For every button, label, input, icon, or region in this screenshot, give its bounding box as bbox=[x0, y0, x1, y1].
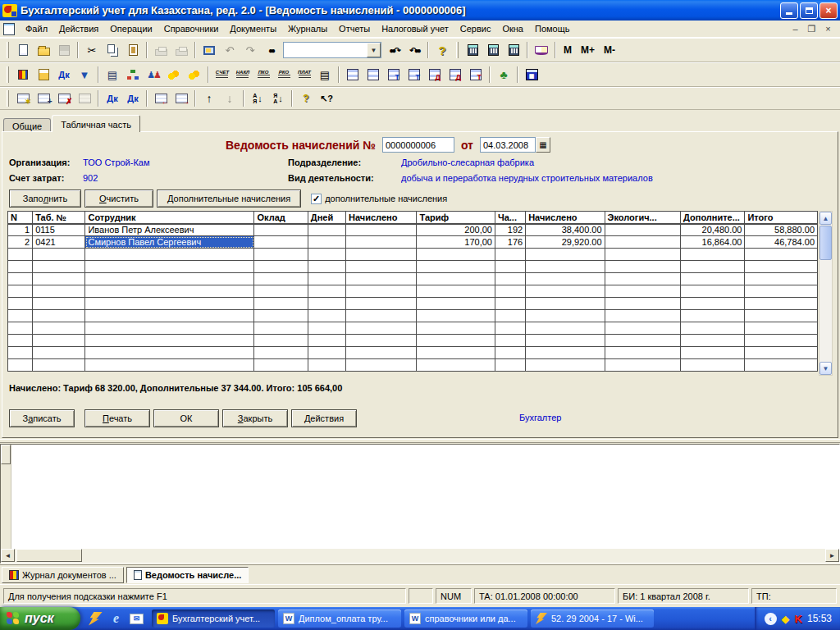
tray-chevron-icon[interactable]: ‹ bbox=[765, 613, 777, 625]
cell-ecological[interactable] bbox=[605, 236, 680, 249]
col-accrued-2[interactable]: Начислено bbox=[526, 212, 605, 224]
print-stack-button[interactable]: ▤ bbox=[103, 65, 122, 84]
empty-cell[interactable] bbox=[85, 322, 254, 335]
cell-n[interactable]: 1 bbox=[8, 224, 33, 236]
cell-total[interactable]: 46,784.00 bbox=[745, 236, 818, 249]
empty-cell[interactable] bbox=[8, 273, 33, 285]
empty-cell[interactable] bbox=[254, 249, 308, 261]
empty-cell[interactable] bbox=[308, 298, 345, 310]
empty-cell[interactable] bbox=[308, 359, 345, 372]
copy-button[interactable] bbox=[103, 40, 122, 60]
toolbar-gripper[interactable] bbox=[456, 42, 459, 58]
empty-cell[interactable] bbox=[417, 347, 495, 359]
open-button[interactable] bbox=[34, 40, 53, 60]
empty-cell[interactable] bbox=[346, 273, 417, 285]
empty-cell[interactable] bbox=[8, 359, 33, 372]
delete-row-button[interactable]: ✗ bbox=[54, 89, 74, 108]
cash-in-order-button[interactable]: ПКО bbox=[253, 65, 273, 84]
minimize-button[interactable] bbox=[780, 2, 798, 19]
empty-cell[interactable] bbox=[8, 298, 33, 310]
empty-cell[interactable] bbox=[308, 285, 345, 298]
empty-cell[interactable] bbox=[681, 310, 745, 322]
col-days[interactable]: Дней bbox=[308, 212, 345, 224]
document-date-input[interactable] bbox=[480, 137, 536, 153]
ok-button[interactable]: ОК bbox=[153, 409, 219, 427]
message-panel[interactable]: ◄ ► bbox=[0, 444, 840, 564]
task-accounting-app[interactable]: Бухгалтерский учет... bbox=[152, 609, 275, 628]
cell-days[interactable] bbox=[308, 236, 345, 249]
empty-cell[interactable] bbox=[745, 335, 818, 347]
menu-item-tax-accounting[interactable]: Налоговый учет bbox=[376, 21, 454, 36]
empty-cell[interactable] bbox=[745, 310, 818, 322]
empty-cell[interactable] bbox=[417, 310, 495, 322]
empty-cell[interactable] bbox=[33, 273, 85, 285]
memory-subtract-button[interactable]: M- bbox=[600, 40, 619, 60]
calendar-button[interactable]: ▦ bbox=[522, 65, 541, 84]
outlook-express-icon[interactable]: ✉ bbox=[130, 614, 144, 624]
organization-value[interactable]: ТОО Строй-Кам bbox=[83, 158, 288, 167]
tab-table-part[interactable]: Табличная часть bbox=[52, 115, 140, 132]
empty-cell[interactable] bbox=[85, 261, 254, 273]
scroll-left-button[interactable]: ◄ bbox=[1, 549, 15, 562]
formula-calculator-button[interactable] bbox=[483, 40, 503, 60]
find-previous-button[interactable]: ↶●● bbox=[404, 40, 424, 60]
empty-cell[interactable] bbox=[346, 322, 417, 335]
mdi-restore-button[interactable]: ❐ bbox=[805, 23, 819, 35]
cell-employee-selected[interactable]: Смирнов Павел Сергеевич bbox=[85, 236, 254, 249]
mdi-child-icon[interactable] bbox=[3, 23, 15, 35]
empty-cell[interactable] bbox=[681, 359, 745, 372]
activity-value[interactable]: добыча и переработка нерудных строительн… bbox=[401, 173, 653, 183]
empty-cell[interactable] bbox=[346, 298, 417, 310]
empty-cell[interactable] bbox=[33, 322, 85, 335]
empty-cell[interactable] bbox=[308, 322, 345, 335]
filter-button[interactable]: ▼ bbox=[75, 65, 94, 84]
cell-accrued-2[interactable]: 38,400.00 bbox=[526, 224, 605, 236]
col-accrued-1[interactable]: Начислено bbox=[346, 212, 417, 224]
empty-cell[interactable] bbox=[8, 347, 33, 359]
empty-cell[interactable] bbox=[8, 335, 33, 347]
plant-button[interactable]: ♣ bbox=[494, 65, 514, 84]
debit-sum-report-button[interactable]: Д bbox=[425, 65, 445, 84]
col-total[interactable]: Итого bbox=[745, 212, 818, 224]
menu-item-journals[interactable]: Журналы bbox=[282, 21, 333, 36]
close-button[interactable]: × bbox=[819, 2, 838, 19]
cell-tab-number[interactable]: 0421 bbox=[33, 236, 85, 249]
status-ta-date[interactable]: ТА: 01.01.2008 00:00:00 bbox=[474, 588, 615, 604]
menu-item-operations[interactable]: Операции bbox=[104, 21, 158, 36]
account-card-button[interactable] bbox=[363, 65, 383, 84]
payment-order-button[interactable]: ПЛАТ bbox=[294, 65, 314, 84]
cell-rate[interactable]: 200,00 bbox=[417, 224, 495, 236]
cell-accrued-2[interactable]: 29,920.00 bbox=[526, 236, 605, 249]
empty-cell[interactable] bbox=[254, 285, 308, 298]
t-account-button[interactable]: Т bbox=[384, 65, 404, 84]
empty-cell[interactable] bbox=[254, 273, 308, 285]
document-number-input[interactable] bbox=[382, 137, 454, 153]
empty-cell[interactable] bbox=[681, 298, 745, 310]
menu-item-help[interactable]: Помощь bbox=[529, 21, 576, 36]
empty-cell[interactable] bbox=[526, 359, 605, 372]
empty-cell[interactable] bbox=[605, 310, 680, 322]
start-button[interactable]: пуск bbox=[0, 607, 80, 630]
empty-cell[interactable] bbox=[526, 310, 605, 322]
kaspersky-icon[interactable]: K bbox=[795, 613, 802, 625]
context-help-button[interactable]: ↖? bbox=[317, 89, 336, 108]
find-history-combobox[interactable]: ▼ bbox=[283, 42, 381, 58]
empty-cell[interactable] bbox=[605, 359, 680, 372]
empty-cell[interactable] bbox=[417, 335, 495, 347]
empty-cell[interactable] bbox=[85, 249, 254, 261]
empty-cell[interactable] bbox=[346, 285, 417, 298]
empty-cell[interactable] bbox=[346, 347, 417, 359]
empty-cell[interactable] bbox=[308, 310, 345, 322]
empty-cell[interactable] bbox=[495, 249, 525, 261]
empty-cell[interactable] bbox=[33, 298, 85, 310]
empty-cell[interactable] bbox=[526, 261, 605, 273]
save-button-footer[interactable]: Записать bbox=[9, 409, 75, 427]
empty-cell[interactable] bbox=[33, 261, 85, 273]
fill-button[interactable]: Заполнить bbox=[9, 189, 81, 208]
cell-hours[interactable]: 176 bbox=[495, 236, 525, 249]
empty-cell[interactable] bbox=[495, 359, 525, 372]
empty-cell[interactable] bbox=[745, 322, 818, 335]
empty-cell[interactable] bbox=[254, 322, 308, 335]
horizontal-splitter[interactable] bbox=[0, 439, 840, 443]
menu-item-references[interactable]: Справочники bbox=[158, 21, 225, 36]
